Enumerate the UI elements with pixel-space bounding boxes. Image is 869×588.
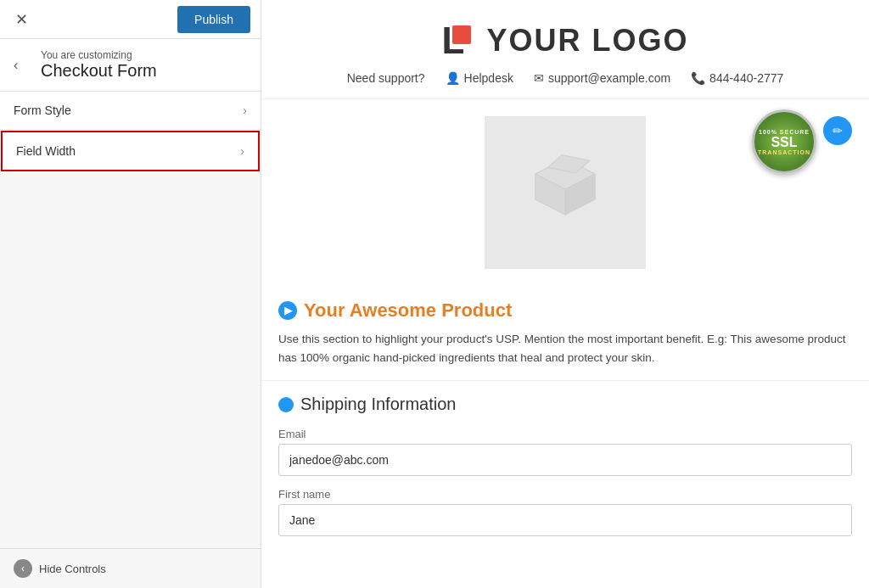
ssl-top-text: 100% SECURE [759, 129, 810, 135]
product-section: ▶ Your Awesome Product Use this section … [261, 286, 869, 381]
shipping-title: Shipping Information [300, 395, 456, 414]
person-icon: 👤 [446, 71, 460, 85]
ssl-badge-circle: 100% SECURE SSL TRANSACTION [752, 109, 816, 174]
phone-label: 844-440-2777 [709, 71, 783, 85]
ssl-badge: 100% SECURE SSL TRANSACTION [750, 108, 818, 176]
email-label: support@example.com [548, 71, 670, 85]
need-support-text: Need support? [347, 71, 425, 85]
menu-items: Form Style › Field Width › [0, 92, 261, 548]
customizing-subtitle: You are customizing [41, 49, 247, 61]
product-image-area: ✏ 100% SECURE SSL TRANSACTION [261, 99, 869, 286]
ssl-main-text: SSL [771, 136, 797, 149]
product-bullet-icon: ▶ [278, 301, 297, 320]
phone-icon: 📞 [691, 71, 705, 85]
chevron-right-icon: › [243, 104, 247, 117]
menu-item-form-style[interactable]: Form Style › [0, 92, 261, 130]
email-form-group: Email [278, 428, 852, 476]
main-content: ✏ 100% SECURE SSL TRANSACTION ▶ Your Awe… [261, 99, 869, 562]
preview-panel: L YOUR LOGO Need support? 👤 Helpdesk ✉ s… [261, 0, 869, 588]
product-image-placeholder [485, 116, 646, 269]
first-name-input[interactable] [278, 504, 852, 536]
email-label: Email [278, 428, 852, 440]
shipping-bullet-icon [278, 397, 294, 412]
customizing-header: ‹ You are customizing Checkout Form [0, 39, 261, 92]
first-name-label: First name [278, 488, 852, 501]
publish-button[interactable]: Publish [177, 6, 250, 33]
support-need-support: Need support? [347, 71, 425, 85]
helpdesk-label: Helpdesk [464, 71, 513, 85]
first-name-form-group: First name [278, 488, 852, 536]
logo-icon: L [442, 22, 465, 59]
shipping-section: Shipping Information Email First name [261, 381, 869, 562]
hide-controls-arrow-icon: ‹ [14, 559, 32, 578]
logo-text: YOUR LOGO [486, 23, 688, 59]
support-bar: Need support? 👤 Helpdesk ✉ support@examp… [278, 71, 852, 85]
shipping-title-row: Shipping Information [278, 395, 852, 414]
menu-item-field-width[interactable]: Field Width › [1, 131, 260, 171]
form-style-label: Form Style [14, 104, 71, 117]
logo-area: L YOUR LOGO [278, 14, 852, 71]
close-button[interactable]: ✕ [10, 7, 33, 32]
site-header: L YOUR LOGO Need support? 👤 Helpdesk ✉ s… [261, 0, 869, 99]
support-helpdesk: 👤 Helpdesk [446, 71, 513, 85]
customizing-title: Checkout Form [41, 61, 247, 81]
email-input[interactable] [278, 444, 852, 476]
edit-pencil-button[interactable]: ✏ [823, 116, 852, 145]
top-bar: ✕ Publish [0, 0, 261, 39]
chevron-right-icon: › [240, 144, 244, 158]
back-button[interactable]: ‹ [10, 54, 21, 76]
product-title: Your Awesome Product [304, 300, 512, 322]
box-icon [523, 150, 608, 235]
support-phone: 📞 844-440-2777 [691, 71, 783, 85]
product-description: Use this section to highlight your produ… [278, 330, 852, 367]
email-icon: ✉ [534, 71, 544, 85]
ssl-bottom-text: TRANSACTION [758, 149, 810, 155]
hide-controls-button[interactable]: ‹ Hide Controls [0, 548, 261, 588]
product-title-row: ▶ Your Awesome Product [278, 300, 852, 322]
support-email: ✉ support@example.com [534, 71, 670, 85]
hide-controls-label: Hide Controls [39, 563, 106, 575]
left-panel: ✕ Publish ‹ You are customizing Checkout… [0, 0, 261, 588]
field-width-label: Field Width [16, 144, 76, 158]
logo-square-decoration [452, 25, 471, 44]
